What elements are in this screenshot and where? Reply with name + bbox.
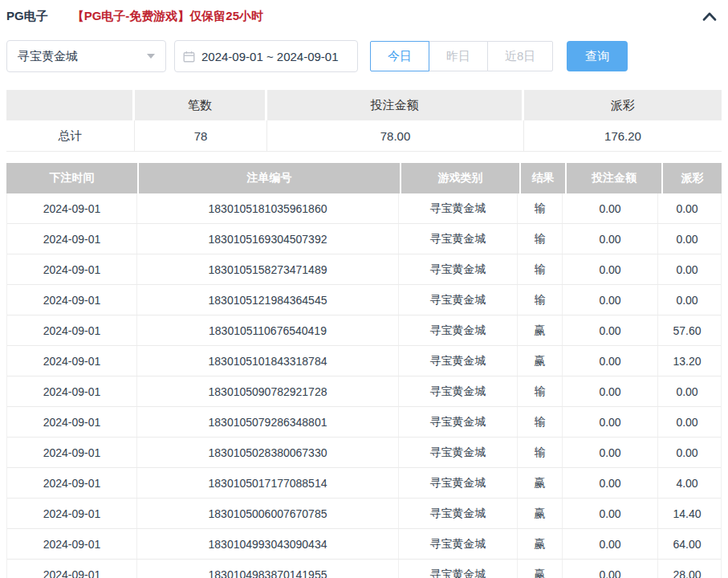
summary-total-bet-amount: 78.00 <box>267 120 524 151</box>
panel-header: PG电子 【PG电子-免费游戏】仅保留25小时 <box>0 0 728 31</box>
cell-bet-amount: 0.00 <box>563 315 658 345</box>
cell-payout: 28.00 <box>658 560 716 578</box>
summary-total-payout: 176.20 <box>524 120 722 151</box>
cell-order-id: 1830104983870141955 <box>137 560 399 578</box>
cell-game-type: 寻宝黄金城 <box>399 499 518 528</box>
retention-notice: 【PG电子-免费游戏】仅保留25小时 <box>72 9 263 24</box>
cell-bet-time: 2024-09-01 <box>7 193 137 223</box>
date-range-value: 2024-09-01 ~ 2024-09-01 <box>201 50 339 63</box>
summary-header-bet-amount: 投注金额 <box>267 90 522 120</box>
table-row: 2024-09-01 1830105017177088514 寻宝黄金城 赢 0… <box>7 468 721 499</box>
table-row: 2024-09-01 1830105121984364545 寻宝黄金城 输 0… <box>7 285 721 315</box>
cell-bet-time: 2024-09-01 <box>7 377 137 406</box>
caret-down-icon <box>147 54 155 59</box>
cell-bet-time: 2024-09-01 <box>7 224 137 254</box>
column-header-payout: 派彩 <box>663 163 722 193</box>
cell-bet-amount: 0.00 <box>563 468 658 498</box>
table-row: 2024-09-01 1830105079286348801 寻宝黄金城 输 0… <box>7 407 721 438</box>
table-row: 2024-09-01 1830105181035961860 寻宝黄金城 输 0… <box>7 193 721 224</box>
cell-order-id: 1830105028380067330 <box>137 438 399 467</box>
table-row: 2024-09-01 1830105169304507392 寻宝黄金城 输 0… <box>7 224 721 254</box>
cell-game-type: 寻宝黄金城 <box>399 529 518 559</box>
cell-result: 赢 <box>518 499 563 528</box>
cell-game-type: 寻宝黄金城 <box>399 468 518 498</box>
column-header-game-type: 游戏类别 <box>401 163 519 193</box>
cell-result: 输 <box>518 285 563 315</box>
cell-payout: 64.00 <box>658 529 716 559</box>
cell-bet-amount: 0.00 <box>563 285 658 315</box>
cell-bet-amount: 0.00 <box>563 193 658 223</box>
table-row: 2024-09-01 1830105110676540419 寻宝黄金城 赢 0… <box>7 315 721 346</box>
cell-result: 赢 <box>518 468 563 498</box>
search-button[interactable]: 查询 <box>567 41 628 71</box>
cell-result: 赢 <box>518 560 563 578</box>
cell-bet-time: 2024-09-01 <box>7 438 137 467</box>
cell-game-type: 寻宝黄金城 <box>399 438 518 467</box>
summary-header-row: 笔数 投注金额 派彩 <box>6 90 722 120</box>
cell-bet-amount: 0.00 <box>563 529 658 559</box>
cell-order-id: 1830105017177088514 <box>137 468 399 498</box>
cell-result: 赢 <box>518 315 563 345</box>
cell-game-type: 寻宝黄金城 <box>399 193 518 223</box>
cell-bet-time: 2024-09-01 <box>7 529 137 559</box>
column-header-bet-amount: 投注金额 <box>567 163 661 193</box>
cell-payout: 0.00 <box>658 438 716 467</box>
cell-bet-time: 2024-09-01 <box>7 346 137 376</box>
pg-records-panel: PG电子 【PG电子-免费游戏】仅保留25小时 寻宝黄金城 2024-09-01… <box>0 0 728 578</box>
cell-payout: 0.00 <box>658 193 716 223</box>
summary-header-count: 笔数 <box>135 90 265 120</box>
cell-bet-time: 2024-09-01 <box>7 499 137 528</box>
bet-table-body: 2024-09-01 1830105181035961860 寻宝黄金城 输 0… <box>6 193 722 578</box>
cell-order-id: 1830104993043090434 <box>137 529 399 559</box>
quick-range-group: 今日 昨日 近8日 <box>370 41 553 71</box>
cell-result: 输 <box>518 438 563 467</box>
quick-button-last-8-days[interactable]: 近8日 <box>487 41 553 71</box>
cell-order-id: 1830105110676540419 <box>137 315 399 345</box>
summary-table: 笔数 投注金额 派彩 总计 78 78.00 176.20 <box>6 90 722 152</box>
date-range-input[interactable]: 2024-09-01 ~ 2024-09-01 <box>174 40 358 72</box>
bet-records-table: 下注时间 注单编号 游戏类别 结果 投注金额 派彩 2024-09-01 183… <box>6 163 722 578</box>
cell-bet-amount: 0.00 <box>563 407 658 437</box>
column-header-result: 结果 <box>521 163 565 193</box>
cell-bet-time: 2024-09-01 <box>7 285 137 315</box>
cell-bet-time: 2024-09-01 <box>7 407 137 437</box>
table-row: 2024-09-01 1830105090782921728 寻宝黄金城 输 0… <box>7 377 721 407</box>
filter-bar: 寻宝黄金城 2024-09-01 ~ 2024-09-01 今日 昨日 近8日 … <box>0 40 728 72</box>
cell-game-type: 寻宝黄金城 <box>399 346 518 376</box>
cell-bet-time: 2024-09-01 <box>7 315 137 345</box>
table-row: 2024-09-01 1830104993043090434 寻宝黄金城 赢 0… <box>7 529 721 560</box>
cell-result: 输 <box>518 224 563 254</box>
column-header-order-id: 注单编号 <box>139 163 400 193</box>
cell-bet-time: 2024-09-01 <box>7 254 137 284</box>
cell-order-id: 1830105121984364545 <box>137 285 399 315</box>
cell-game-type: 寻宝黄金城 <box>399 407 518 437</box>
cell-result: 输 <box>518 193 563 223</box>
cell-bet-amount: 0.00 <box>563 560 658 578</box>
table-row: 2024-09-01 1830104983870141955 寻宝黄金城 赢 0… <box>7 560 721 578</box>
cell-order-id: 1830105181035961860 <box>137 193 399 223</box>
summary-total-count: 78 <box>135 120 267 151</box>
cell-bet-amount: 0.00 <box>563 224 658 254</box>
game-select[interactable]: 寻宝黄金城 <box>6 40 166 72</box>
cell-bet-time: 2024-09-01 <box>7 560 137 578</box>
collapse-button[interactable] <box>702 12 717 21</box>
summary-total-row: 总计 78 78.00 176.20 <box>6 120 722 152</box>
cell-game-type: 寻宝黄金城 <box>399 254 518 284</box>
quick-button-yesterday[interactable]: 昨日 <box>429 41 488 71</box>
cell-order-id: 1830105006007670785 <box>137 499 399 528</box>
cell-order-id: 1830105079286348801 <box>137 407 399 437</box>
cell-payout: 0.00 <box>658 254 716 284</box>
table-row: 2024-09-01 1830105101843318784 寻宝黄金城 赢 0… <box>7 346 721 377</box>
cell-payout: 14.40 <box>658 499 716 528</box>
cell-order-id: 1830105101843318784 <box>137 346 399 376</box>
cell-game-type: 寻宝黄金城 <box>399 285 518 315</box>
cell-order-id: 1830105090782921728 <box>137 377 399 406</box>
cell-result: 输 <box>518 407 563 437</box>
cell-bet-time: 2024-09-01 <box>7 468 137 498</box>
quick-button-today[interactable]: 今日 <box>370 41 429 71</box>
cell-payout: 0.00 <box>658 285 716 315</box>
cell-game-type: 寻宝黄金城 <box>399 560 518 578</box>
cell-game-type: 寻宝黄金城 <box>399 315 518 345</box>
cell-payout: 0.00 <box>658 224 716 254</box>
cell-payout: 0.00 <box>658 377 716 406</box>
